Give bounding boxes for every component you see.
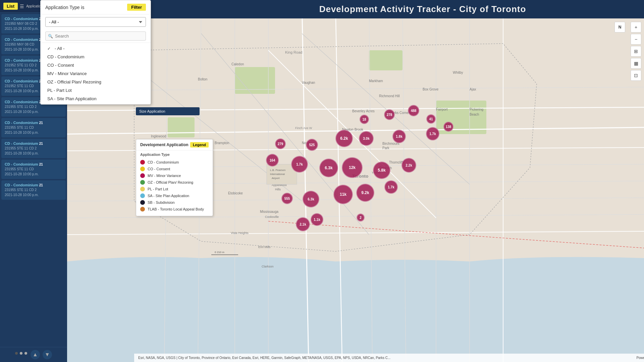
legend-item-label: CD - Condominium: [148, 160, 179, 164]
zoom-out-button[interactable]: −: [631, 34, 641, 45]
legend-item: OZ - Official Plan/ Rezoning: [140, 179, 209, 186]
svg-text:Markham: Markham: [369, 79, 383, 83]
sidebar-item-num: 21: [39, 163, 43, 166]
svg-text:International: International: [270, 173, 285, 176]
svg-text:Box Grove: Box Grove: [423, 87, 439, 91]
sidebar-item-date: 2021-10-28 10:00 p.m.: [5, 110, 62, 114]
search-input[interactable]: [45, 32, 146, 41]
filter-option-mv[interactable]: MV - Minor Variance: [41, 69, 151, 78]
sidebar-list-item[interactable]: CD - Condominium 21 231955 STE 11 CD 202…: [1, 160, 66, 179]
legend-panel-title: Development Application: [140, 142, 189, 147]
layers-button[interactable]: ⊞: [631, 46, 641, 57]
filter-title: Application Type is: [45, 5, 84, 10]
sidebar-bottom: ▲ ▼: [0, 347, 67, 362]
sidebar-nav: ▲ ▼: [31, 350, 52, 359]
svg-text:Park: Park: [382, 146, 390, 150]
legend-color-dot: [140, 180, 145, 185]
legend-color-dot: [140, 173, 145, 178]
map-container[interactable]: King Road Caledon Bolton Vaughan Markham…: [67, 0, 644, 362]
nav-down-button[interactable]: ▼: [43, 350, 52, 359]
filter-icon[interactable]: ☰: [20, 4, 24, 9]
sidebar-list-item[interactable]: CD - Condominium 21 231955 STE 11 CD 2 2…: [1, 180, 66, 200]
map-cluster[interactable]: 1.1k: [311, 213, 323, 226]
legend-subtitle: Application Type: [136, 150, 213, 158]
filter-header: Application Type is Filter: [41, 0, 151, 14]
sidebar-item-num: 21: [39, 183, 43, 187]
nav-up-button[interactable]: ▲: [31, 350, 40, 359]
sidebar-item-num: 21: [39, 121, 43, 125]
legend-item-label: CO - Consent: [148, 167, 170, 171]
legend-color-dot: [140, 187, 145, 191]
map-cluster[interactable]: 525: [306, 139, 318, 151]
map-cluster[interactable]: 3.0k: [359, 131, 374, 146]
pagination-dot[interactable]: [24, 352, 27, 355]
map-cluster[interactable]: 488: [408, 105, 419, 116]
map-cluster[interactable]: 1.8k: [392, 130, 406, 143]
legend-color-dot: [140, 167, 145, 171]
pagination-dot[interactable]: [15, 352, 18, 355]
map-cluster[interactable]: 555: [281, 193, 293, 204]
map-cluster[interactable]: 6.3k: [319, 159, 338, 177]
filter-select[interactable]: - All -CD - CondominiumCO - ConsentMV - …: [45, 17, 146, 27]
pagination-dot[interactable]: [20, 352, 22, 355]
map-cluster[interactable]: 18: [360, 115, 369, 124]
legend-items-container: CD - CondominiumCO - ConsentMV - Minor V…: [136, 158, 213, 216]
legend-item: MV - Minor Variance: [140, 172, 209, 179]
sidebar-item-date: 2021-10-28 10:00 p.m.: [5, 151, 62, 156]
map-cluster[interactable]: 2.2k: [401, 158, 416, 173]
sidebar-item-id: 231955 STE 11 CD 2: [5, 105, 62, 109]
svg-text:Brampton: Brampton: [215, 141, 229, 145]
map-cluster[interactable]: 41: [426, 114, 436, 124]
powered-by: Powered by Esri: [636, 356, 644, 360]
legend-color-dot: [140, 193, 145, 198]
map-cluster[interactable]: 5.8k: [373, 162, 390, 179]
svg-text:Hills: Hills: [275, 188, 281, 191]
compass: N: [614, 22, 625, 33]
svg-text:Fairport: Fairport: [436, 108, 448, 111]
map-cluster[interactable]: 6.3k: [303, 191, 319, 207]
filter-option-pl[interactable]: PL - Part Lot: [41, 86, 151, 95]
map-title: Development Activity Tracker - City of T…: [319, 4, 526, 14]
legend-item: PL - Part Lot: [140, 186, 209, 192]
sidebar-item-date: 2021-10-28 10:00 p.m.: [5, 172, 62, 176]
map-cluster[interactable]: 138: [443, 122, 453, 132]
map-cluster[interactable]: 11k: [333, 185, 353, 204]
expand-button[interactable]: ⊡: [631, 70, 641, 81]
filter-button[interactable]: Filter: [127, 4, 146, 11]
legend-button[interactable]: Legend: [190, 142, 209, 147]
map-cluster[interactable]: 164: [266, 154, 279, 167]
map-cluster[interactable]: 6.2k: [335, 130, 353, 147]
list-tab[interactable]: List: [3, 3, 18, 10]
map-cluster[interactable]: 12k: [342, 157, 363, 178]
map-cluster[interactable]: 278: [384, 109, 395, 120]
svg-text:Beverley Acres: Beverley Acres: [352, 109, 375, 113]
map-cluster[interactable]: 2.1k: [296, 217, 310, 231]
map-cluster[interactable]: 1.7k: [384, 180, 398, 194]
map-cluster[interactable]: 1.7k: [426, 127, 439, 140]
filter-option-co[interactable]: CO - Consent: [41, 61, 151, 69]
sidebar-item-type: CD - Condominium 21: [5, 162, 62, 166]
map-cluster[interactable]: 1.7k: [291, 156, 308, 173]
svg-text:Caledon: Caledon: [231, 62, 244, 66]
filter-panel: Application Type is Filter - All -CD - C…: [40, 0, 151, 105]
filter-option-all[interactable]: - All -: [41, 44, 151, 53]
filter-option-sa[interactable]: SA - Site Plan Application: [41, 95, 151, 103]
filter-option-cd[interactable]: CD - Condominium: [41, 53, 151, 61]
svg-text:Ajax: Ajax: [470, 87, 476, 91]
legend-item-label: SA - Site Plan Application: [148, 194, 189, 198]
sidebar-list-item[interactable]: CD - Condominium 21 231955 STE 11 CD 202…: [1, 118, 66, 137]
filter-option-oz[interactable]: OZ - Official Plan/ Rezoning: [41, 78, 151, 86]
map-controls: + − ⊞ ▦ ⊡: [631, 22, 641, 81]
map-cluster[interactable]: 2: [357, 214, 365, 222]
map-cluster[interactable]: 9.2k: [356, 184, 374, 202]
sidebar-list-item[interactable]: CD - Condominium 21 231955 STE 11 CD 2 2…: [1, 139, 66, 158]
svg-text:Pickering: Pickering: [470, 108, 483, 111]
sidebar-item-id: 231955 STE 11 CD 2: [5, 146, 62, 150]
svg-text:Cooksville: Cooksville: [265, 215, 279, 219]
zoom-in-button[interactable]: +: [631, 22, 641, 33]
svg-rect-1: [235, 67, 275, 94]
svg-text:Etobicoke: Etobicoke: [228, 191, 243, 195]
barcode-button[interactable]: ▦: [631, 58, 641, 69]
map-cluster[interactable]: 279: [275, 138, 286, 149]
status-bar: Esri, NASA, NGA, USGS | City of Toronto,…: [134, 354, 644, 362]
